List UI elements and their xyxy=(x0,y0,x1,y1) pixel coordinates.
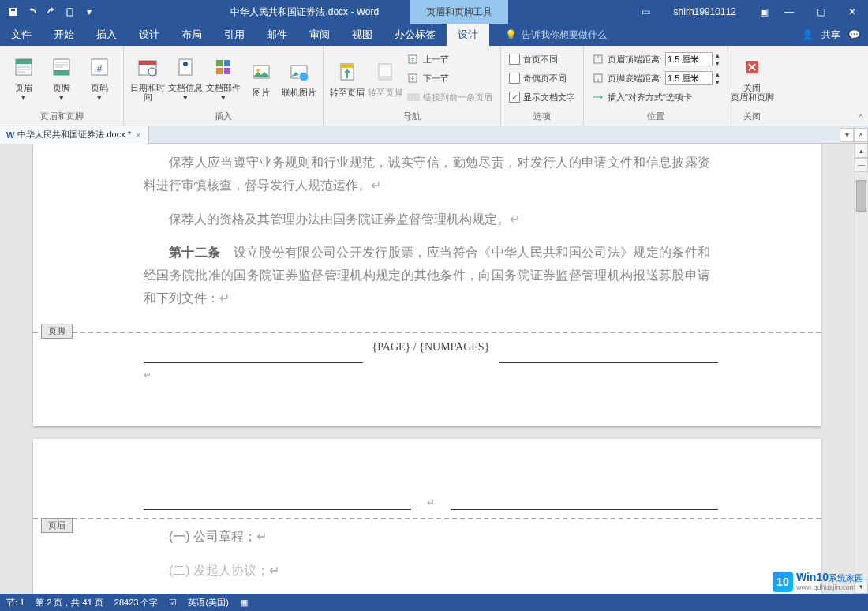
svg-point-20 xyxy=(299,72,309,81)
document-tab-bar: W 中华人民共和国证券法.docx * × ▾ × xyxy=(0,126,868,144)
page-1[interactable]: 保荐人应当遵守业务规则和行业规范，诚实守信，勤勉尽责，对发行人的申请文件和信息披… xyxy=(33,144,821,426)
header-top-distance[interactable]: 页眉顶端距离:▴▾ xyxy=(590,51,721,68)
header-right-cell[interactable] xyxy=(451,509,718,510)
ribbon-options-icon[interactable]: ▣ xyxy=(760,6,769,17)
online-picture-button[interactable]: 联机图片 xyxy=(282,51,316,106)
status-section[interactable]: 节: 1 xyxy=(6,597,24,609)
macro-icon[interactable]: ▦ xyxy=(240,598,248,608)
tab-insert[interactable]: 插入 xyxy=(85,24,128,46)
prev-section-button[interactable]: 上一节 xyxy=(406,51,494,68)
tab-file[interactable]: 文件 xyxy=(0,24,43,46)
close-doc-tab-icon[interactable]: × xyxy=(134,130,142,140)
share-button[interactable]: 共享 xyxy=(821,28,840,42)
group-label-position: 位置 xyxy=(590,109,721,124)
comments-icon[interactable]: 💬 xyxy=(848,29,860,40)
footer-button[interactable]: 页脚▾ xyxy=(44,51,79,106)
group-navigation: 转至页眉 转至页脚 上一节 下一节 链接到前一条页眉 导航 xyxy=(324,46,501,126)
insert-alignment-tab-button[interactable]: 插入"对齐方式"选项卡 xyxy=(590,88,721,106)
header-button[interactable]: 页眉▾ xyxy=(6,51,41,106)
tab-mailings[interactable]: 邮件 xyxy=(256,24,298,46)
tab-layout[interactable]: 布局 xyxy=(170,24,213,46)
tell-me-search[interactable]: 💡 告诉我你想要做什么 xyxy=(489,24,794,46)
svg-point-12 xyxy=(183,62,188,66)
svg-rect-5 xyxy=(54,70,69,75)
page-number-button[interactable]: #页码▾ xyxy=(82,51,117,106)
scroll-up-icon[interactable]: ▴ xyxy=(855,144,868,158)
body-paragraph: (一) 公司章程；↵ xyxy=(144,526,710,549)
document-title: 中华人民共和国证券法.docx - Word xyxy=(230,6,379,19)
document-tab[interactable]: W 中华人民共和国证券法.docx * × xyxy=(0,126,149,144)
undo-button[interactable] xyxy=(24,3,41,21)
group-label-insert: 插入 xyxy=(130,109,316,124)
group-options: 首页不同 奇偶页不同 ✓显示文档文字 选项 xyxy=(501,46,584,126)
show-document-text-checkbox[interactable]: ✓显示文档文字 xyxy=(507,88,577,106)
goto-header-button[interactable]: 转至页眉 xyxy=(330,51,365,106)
tab-hf-design[interactable]: 设计 xyxy=(447,24,489,46)
tab-design[interactable]: 设计 xyxy=(128,24,170,46)
ribbon: 页眉▾ 页脚▾ #页码▾ 页眉和页脚 日期和时间 文档信息▾ 文档部件▾ 图片 … xyxy=(0,46,868,126)
body-paragraph: (二) 发起人协议；↵ xyxy=(144,560,710,583)
footer-bottom-distance[interactable]: 页脚底端距离:▴▾ xyxy=(590,69,721,87)
header-tag: 页眉 xyxy=(41,518,73,533)
header-top-input[interactable] xyxy=(665,52,713,66)
footer-left-cell[interactable] xyxy=(144,332,363,363)
scroll-thumb[interactable] xyxy=(856,180,866,212)
spellcheck-icon[interactable]: ☑ xyxy=(169,598,177,608)
odd-even-different-checkbox[interactable]: 奇偶页不同 xyxy=(507,69,577,87)
status-word-count[interactable]: 28423 个字 xyxy=(114,597,159,609)
svg-rect-24 xyxy=(379,76,391,80)
first-page-different-checkbox[interactable]: 首页不同 xyxy=(507,51,577,68)
picture-button[interactable]: 图片 xyxy=(244,51,279,106)
tab-references[interactable]: 引用 xyxy=(213,24,256,46)
footer-page-field[interactable]: {PAGE} / {NUMPAGES} xyxy=(363,332,499,363)
title-bar: ▾ 中华人民共和国证券法.docx - Word 页眉和页脚工具 ▭ shirh… xyxy=(0,0,868,24)
svg-rect-22 xyxy=(341,64,354,68)
account-username[interactable]: shirh19910112 xyxy=(674,6,736,17)
doc-tab-dropdown-icon[interactable]: ▾ xyxy=(840,128,854,142)
close-header-footer-button[interactable]: 关闭 页眉和页脚 xyxy=(735,51,769,106)
split-icon[interactable]: — xyxy=(855,158,868,172)
minimize-button[interactable]: — xyxy=(773,0,805,24)
doc-info-button[interactable]: 文档信息▾ xyxy=(168,51,203,106)
redo-button[interactable] xyxy=(43,3,60,21)
tab-review[interactable]: 审阅 xyxy=(298,24,341,46)
ribbon-tabs: 文件 开始 插入 设计 布局 引用 邮件 审阅 视图 办公标签 设计 💡 告诉我… xyxy=(0,24,868,46)
page-2[interactable]: ↵ 页眉 (一) 公司章程；↵ (二) 发起人协议；↵ xyxy=(33,439,821,594)
body-paragraph: 第十二条 设立股份有限公司公开发行股票，应当符合《中华人民共和国公司法》规定的条… xyxy=(144,242,710,309)
svg-rect-1 xyxy=(69,8,71,9)
paste-button[interactable] xyxy=(62,3,79,21)
doc-tab-close-all-icon[interactable]: × xyxy=(854,128,868,142)
user-icon: 👤 xyxy=(802,29,814,40)
group-insert: 日期和时间 文档信息▾ 文档部件▾ 图片 联机图片 插入 xyxy=(124,46,324,126)
save-button[interactable] xyxy=(5,3,22,21)
date-time-button[interactable]: 日期和时间 xyxy=(130,51,165,106)
next-section-button[interactable]: 下一节 xyxy=(406,69,494,87)
svg-rect-27 xyxy=(408,94,413,100)
group-close: 关闭 页眉和页脚 关闭 xyxy=(728,46,776,126)
vertical-scrollbar[interactable]: ▴ — ▾ xyxy=(854,144,868,594)
svg-text:#: # xyxy=(97,63,103,74)
maximize-button[interactable]: ▢ xyxy=(805,0,836,24)
qat-dropdown-icon[interactable]: ▾ xyxy=(80,3,98,21)
body-paragraph: 保荐人的资格及其管理办法由国务院证券监督管理机构规定。↵ xyxy=(144,208,710,231)
word-doc-icon: W xyxy=(6,130,14,140)
collapse-ribbon-icon[interactable]: ㅅ xyxy=(857,111,865,122)
doc-parts-button[interactable]: 文档部件▾ xyxy=(206,51,241,106)
tab-office-tab[interactable]: 办公标签 xyxy=(383,24,447,46)
header-center-cell[interactable]: ↵ xyxy=(411,497,451,510)
close-window-button[interactable]: ✕ xyxy=(836,0,868,24)
header-left-cell[interactable] xyxy=(144,509,411,510)
tab-home[interactable]: 开始 xyxy=(43,24,85,46)
status-language[interactable]: 英语(美国) xyxy=(188,597,228,609)
footer-bottom-input[interactable] xyxy=(665,71,713,85)
status-page[interactable]: 第 2 页，共 41 页 xyxy=(36,597,103,609)
ribbon-display-icon[interactable]: ▭ xyxy=(642,6,650,17)
status-bar: 节: 1 第 2 页，共 41 页 28423 个字 ☑ 英语(美国) ▦ xyxy=(0,594,868,611)
footer-right-cell[interactable] xyxy=(499,332,718,363)
goto-footer-button[interactable]: 转至页脚 xyxy=(368,51,402,106)
link-previous-button[interactable]: 链接到前一条页眉 xyxy=(406,88,494,106)
svg-rect-9 xyxy=(139,61,156,65)
svg-rect-14 xyxy=(224,60,230,66)
tab-view[interactable]: 视图 xyxy=(341,24,383,46)
context-tab-label: 页眉和页脚工具 xyxy=(410,0,508,24)
